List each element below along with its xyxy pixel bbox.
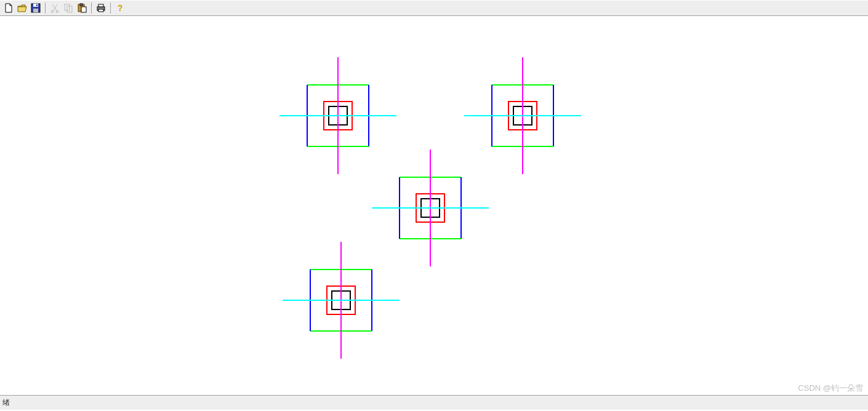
open-file-button[interactable] <box>16 2 28 14</box>
svg-rect-3 <box>36 4 38 6</box>
paste-button[interactable] <box>76 2 88 14</box>
svg-point-5 <box>56 10 58 13</box>
print-icon <box>96 3 106 13</box>
toolbar: ? <box>0 0 868 16</box>
new-file-icon <box>4 3 14 13</box>
svg-text:?: ? <box>118 3 123 13</box>
svg-rect-6 <box>65 4 70 10</box>
drawing-canvas[interactable] <box>0 16 868 395</box>
status-bar: 绪 <box>0 395 868 410</box>
svg-rect-12 <box>98 4 103 7</box>
help-icon: ? <box>115 3 125 13</box>
copy-icon <box>63 3 73 13</box>
paste-icon <box>77 3 87 13</box>
toolbar-separator <box>91 2 92 14</box>
svg-rect-10 <box>81 7 86 12</box>
toolbar-separator <box>45 2 46 14</box>
svg-rect-7 <box>67 6 72 12</box>
open-file-icon <box>17 3 27 13</box>
save-file-button[interactable] <box>30 2 42 14</box>
new-file-button[interactable] <box>2 2 15 14</box>
copy-button <box>62 2 74 14</box>
svg-rect-2 <box>33 9 38 12</box>
save-file-icon <box>31 3 41 13</box>
cut-button <box>49 2 61 14</box>
svg-rect-9 <box>80 4 82 6</box>
print-button[interactable] <box>95 2 107 14</box>
help-button[interactable]: ? <box>114 2 126 14</box>
cut-icon <box>50 3 60 13</box>
svg-point-4 <box>51 10 54 13</box>
status-text: 绪 <box>2 397 10 408</box>
toolbar-separator <box>110 2 111 14</box>
canvas-svg <box>0 16 868 395</box>
svg-rect-13 <box>98 9 103 12</box>
